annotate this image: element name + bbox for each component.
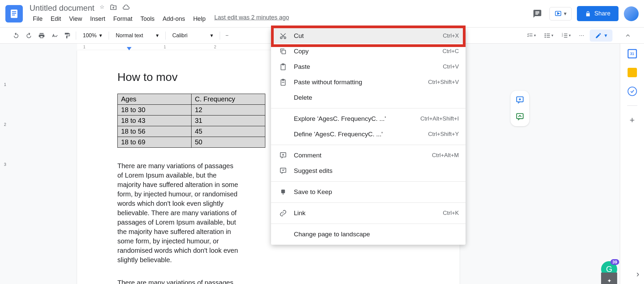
table-row: 18 to 6950 (118, 137, 265, 148)
menu-addons[interactable]: Add-ons (159, 14, 189, 24)
suggest-edit-button[interactable] (514, 111, 526, 123)
table-row: 18 to 4331 (118, 115, 265, 126)
ctx-copy[interactable]: CopyCtrl+C (271, 44, 466, 59)
zoom-select[interactable]: 100%▾ (79, 30, 106, 41)
calendar-app-icon[interactable]: 31 (628, 49, 637, 58)
table-row: AgesC. Frequency (118, 94, 265, 105)
comment-suggest-buttons (511, 91, 529, 126)
data-table[interactable]: AgesC. Frequency 18 to 3012 18 to 4331 1… (117, 94, 265, 148)
cloud-icon[interactable] (122, 4, 130, 12)
ctx-label: Link (294, 209, 443, 217)
ctx-shortcut: Ctrl+Shift+Y (428, 131, 459, 138)
style-select[interactable]: Normal text▾ (112, 30, 163, 41)
font-select[interactable]: Calibri▾ (168, 30, 217, 41)
ctx-save-to-keep[interactable]: Save to Keep (271, 184, 466, 200)
docs-logo[interactable] (5, 5, 23, 22)
star-icon[interactable]: ☆ (100, 4, 104, 12)
ctx-comment[interactable]: CommentCtrl+Alt+M (271, 148, 466, 163)
menu-separator (271, 181, 466, 182)
menu-format[interactable]: Format (110, 14, 136, 24)
indent-marker[interactable] (127, 47, 131, 50)
svg-rect-23 (517, 113, 523, 119)
title-area: Untitled document ☆ File Edit View Inser… (30, 3, 531, 24)
ctx-change-page-to-landscape[interactable]: Change page to landscape (271, 227, 466, 242)
avatar[interactable] (624, 6, 639, 21)
ctx-label: Comment (294, 152, 432, 159)
share-button[interactable]: Share (577, 6, 619, 21)
header: Untitled document ☆ File Edit View Inser… (0, 0, 644, 28)
hide-sidebar-button[interactable]: › (636, 269, 639, 279)
svg-rect-9 (547, 35, 550, 36)
ctx-label: Cut (294, 32, 443, 40)
comment-icon (278, 152, 288, 159)
move-icon[interactable] (110, 4, 117, 12)
bullet-list-button[interactable]: ▾ (541, 30, 556, 41)
ctx-paste[interactable]: PasteCtrl+V (271, 59, 466, 75)
ctx-link[interactable]: LinkCtrl+K (271, 205, 466, 221)
font-size-decrease[interactable]: − (223, 31, 231, 41)
ctx-shortcut: Ctrl+X (443, 33, 459, 39)
keep-app-icon[interactable] (628, 68, 637, 77)
chevron-down-icon: ▾ (604, 32, 607, 39)
tasks-app-icon[interactable] (628, 87, 637, 96)
add-comment-button[interactable] (514, 94, 526, 106)
menu-file[interactable]: File (30, 14, 46, 24)
explore-button[interactable]: ✦ (601, 273, 617, 284)
format-paint-button[interactable] (61, 30, 73, 41)
suggest-icon (278, 167, 288, 175)
chevron-down-icon: ▾ (99, 32, 102, 39)
collapse-button[interactable] (622, 30, 634, 41)
undo-button[interactable] (10, 30, 22, 41)
ctx-paste-without-formatting[interactable]: Paste without formattingCtrl+Shift+V (271, 75, 466, 90)
paste-plain-icon (278, 79, 288, 86)
redo-button[interactable] (23, 30, 35, 41)
menu-help[interactable]: Help (190, 14, 209, 24)
menu-insert[interactable]: Insert (87, 14, 109, 24)
ctx-shortcut: Ctrl+Shift+V (428, 79, 459, 86)
menu-tools[interactable]: Tools (137, 14, 158, 24)
vertical-ruler: 1 2 3 (0, 44, 10, 284)
menubar: File Edit View Insert Format Tools Add-o… (30, 14, 531, 24)
chevron-down-icon: ▾ (564, 10, 567, 17)
add-app-icon[interactable]: + (628, 115, 637, 125)
ctx-explore-agesc-frequencyc-[interactable]: Explore 'AgesC. FrequencyC. ...'Ctrl+Alt… (271, 111, 466, 127)
last-edit[interactable]: Last edit was 2 minutes ago (214, 14, 289, 24)
menu-edit[interactable]: Edit (47, 14, 64, 24)
menu-separator (271, 202, 466, 203)
menu-separator (271, 108, 466, 108)
ctx-suggest-edits[interactable]: Suggest edits (271, 163, 466, 179)
more-button[interactable]: ⋯ (576, 30, 587, 41)
svg-rect-3 (12, 14, 15, 15)
right-sidebar: 31 + (620, 44, 644, 284)
table-row: 18 to 5645 (118, 126, 265, 137)
svg-rect-8 (547, 34, 550, 34)
ctx-label: Delete (294, 94, 459, 101)
ctx-label: Save to Keep (294, 188, 459, 196)
ctx-label: Change page to landscape (294, 231, 459, 238)
ctx-label: Copy (294, 48, 442, 55)
badge-count: 39 (610, 259, 619, 265)
number-list-button[interactable]: 12▾ (559, 30, 574, 41)
ctx-label: Define 'AgesC. FrequencyC. ...' (294, 131, 428, 138)
ctx-delete[interactable]: Delete (271, 90, 466, 105)
cut-icon (278, 32, 288, 40)
svg-text:2: 2 (562, 34, 563, 37)
paste-icon (278, 63, 288, 70)
chevron-down-icon: ▾ (210, 32, 213, 39)
ctx-shortcut: Ctrl+Alt+M (432, 152, 459, 159)
comments-button[interactable] (531, 7, 544, 20)
edit-mode-button[interactable]: ▾ (590, 30, 612, 42)
ctx-define-agesc-frequencyc-[interactable]: Define 'AgesC. FrequencyC. ...'Ctrl+Shif… (271, 127, 466, 142)
checklist-button[interactable]: ▾ (524, 30, 539, 41)
chevron-down-icon: ▾ (156, 32, 159, 39)
svg-rect-2 (12, 13, 16, 14)
present-button[interactable]: ▾ (549, 7, 572, 20)
svg-rect-38 (283, 193, 283, 195)
spellcheck-button[interactable] (48, 30, 60, 41)
print-button[interactable] (36, 30, 48, 41)
ctx-cut[interactable]: CutCtrl+X (271, 28, 466, 44)
doc-title[interactable]: Untitled document (30, 3, 94, 13)
menu-view[interactable]: View (66, 14, 86, 24)
ctx-shortcut: Ctrl+Alt+Shift+I (420, 115, 459, 122)
svg-point-24 (628, 87, 637, 96)
